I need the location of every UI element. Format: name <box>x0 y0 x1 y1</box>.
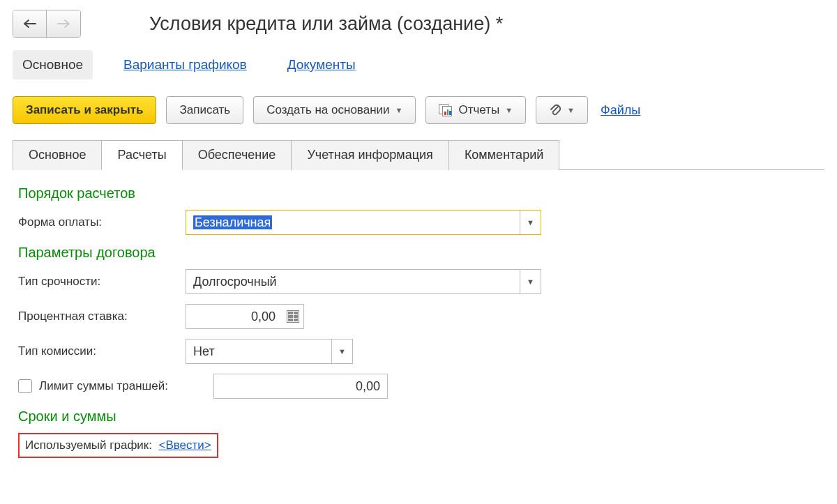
interest-rate-input[interactable]: 0,00 <box>186 304 304 329</box>
used-schedule-label: Используемый график: <box>25 438 152 452</box>
tab-comment[interactable]: Комментарий <box>448 140 559 170</box>
save-button[interactable]: Записать <box>166 96 243 124</box>
chevron-down-icon[interactable]: ▼ <box>520 211 541 234</box>
back-button[interactable] <box>13 10 47 37</box>
used-schedule-highlight: Используемый график: <Ввести> <box>18 433 218 458</box>
paperclip-icon <box>549 103 561 117</box>
arrow-left-icon <box>23 19 37 29</box>
interest-rate-label: Процентная ставка: <box>18 310 186 323</box>
group-terms-sums: Сроки и суммы <box>18 408 819 425</box>
save-and-close-button[interactable]: Записать и закрыть <box>13 96 156 124</box>
section-documents[interactable]: Документы <box>278 50 365 79</box>
create-based-label: Создать на основании <box>266 103 389 117</box>
tab-accounting[interactable]: Учетная информация <box>291 140 449 170</box>
forward-button[interactable] <box>47 10 80 37</box>
payment-form-value: Безналичная <box>186 215 520 230</box>
group-contract-params: Параметры договора <box>18 245 819 261</box>
group-calc-order: Порядок расчетов <box>18 185 819 201</box>
reports-button[interactable]: Отчеты▼ <box>425 96 526 124</box>
reports-icon <box>439 104 453 116</box>
payment-form-label: Форма оплаты: <box>18 215 186 229</box>
chevron-down-icon: ▼ <box>567 106 575 114</box>
chevron-down-icon: ▼ <box>395 106 403 114</box>
reports-label: Отчеты <box>458 103 499 117</box>
chevron-down-icon[interactable]: ▼ <box>520 270 541 293</box>
enter-schedule-link[interactable]: <Ввести> <box>158 438 211 452</box>
urgency-type-value: Долгосрочный <box>186 275 520 289</box>
chevron-down-icon: ▼ <box>505 106 513 114</box>
commission-type-combo[interactable]: Нет ▼ <box>186 339 353 364</box>
save-label: Записать <box>179 103 230 117</box>
urgency-type-label: Тип срочности: <box>18 275 186 289</box>
tab-calculations[interactable]: Расчеты <box>101 140 182 170</box>
nav-button-group <box>13 10 81 38</box>
section-nav: Основное Варианты графиков Документы <box>13 50 824 79</box>
commission-type-value: Нет <box>186 344 331 359</box>
tranche-limit-checkbox[interactable] <box>18 379 32 393</box>
files-link[interactable]: Файлы <box>601 103 640 118</box>
attach-button[interactable]: ▼ <box>536 96 588 124</box>
section-main[interactable]: Основное <box>13 50 93 79</box>
urgency-type-combo[interactable]: Долгосрочный ▼ <box>186 269 541 294</box>
create-based-on-button[interactable]: Создать на основании▼ <box>253 96 416 124</box>
save-and-close-label: Записать и закрыть <box>26 103 143 117</box>
page-title: Условия кредита или займа (создание) * <box>149 13 503 35</box>
calculator-icon[interactable] <box>287 310 299 323</box>
chevron-down-icon[interactable]: ▼ <box>331 339 352 363</box>
tranche-limit-value: 0,00 <box>214 379 387 394</box>
form-area: Порядок расчетов Форма оплаты: Безналичн… <box>13 170 824 461</box>
payment-form-combo[interactable]: Безналичная ▼ <box>186 210 541 235</box>
tab-security[interactable]: Обеспечение <box>182 140 292 170</box>
tranche-limit-input[interactable]: 0,00 <box>213 374 388 399</box>
tab-strip: Основное Расчеты Обеспечение Учетная инф… <box>13 139 824 170</box>
tab-main[interactable]: Основное <box>13 140 102 170</box>
interest-rate-value: 0,00 <box>186 310 282 324</box>
section-variants[interactable]: Варианты графиков <box>114 50 257 79</box>
commission-type-label: Тип комиссии: <box>18 344 186 358</box>
toolbar: Записать и закрыть Записать Создать на о… <box>13 96 824 124</box>
tranche-limit-label: Лимит суммы траншей: <box>39 379 168 393</box>
arrow-right-icon <box>56 19 70 29</box>
